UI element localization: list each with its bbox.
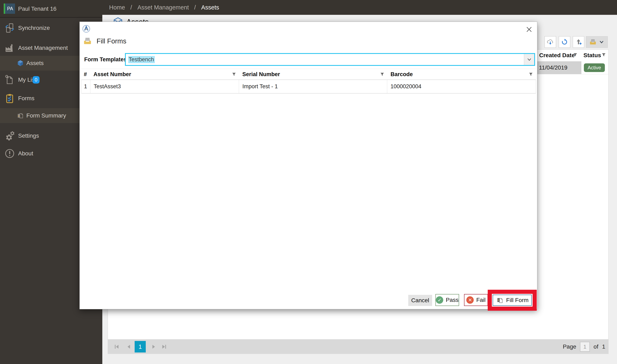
fill-forms-dialog: Fill Forms Form Templates Testbench # As… [79,22,537,309]
next-page-button[interactable] [150,339,157,354]
column-header-label: Barcode [391,71,413,77]
fill-forms-tray-icon [83,37,92,45]
user-header[interactable]: PA Paul Tenant 16 [0,0,102,18]
page-label: Page [563,343,576,350]
column-header-label: Serial Number [242,71,280,77]
column-header-label: Asset Number [93,71,131,77]
forms-tray-icon [590,39,596,45]
pass-button[interactable]: ✓ Pass [435,294,459,306]
previous-page-button[interactable] [126,339,132,354]
synchronize-icon [4,23,15,33]
form-templates-label: Form Templates [84,53,127,66]
chevron-down-icon [599,39,604,45]
modal-title-row: Fill Forms [83,37,126,45]
my-list-icon [4,75,15,85]
cell-serial-number: Import Test - 1 [239,80,387,93]
cancel-label: Cancel [411,297,429,304]
first-page-button[interactable] [114,339,120,354]
upload-add-icon [575,39,582,45]
column-header-asset-number[interactable]: Asset Number [90,71,239,78]
breadcrumb: Home / Asset Management / Assets [109,0,219,15]
page-number-input[interactable] [580,342,590,352]
my-list-count-badge: 0 [33,76,39,84]
fail-x-icon: ✕ [466,296,474,304]
cancel-button[interactable]: Cancel [408,295,432,306]
breadcrumb-asset-management[interactable]: Asset Management [137,4,189,11]
column-header-created-date[interactable]: Created Date [539,50,575,61]
fill-form-icon [496,297,504,304]
form-templates-combobox[interactable]: Testbench [125,53,535,66]
sidebar-item-label: Asset Management [18,45,68,51]
fill-form-button[interactable]: Fill Form [493,295,532,306]
filter-icon[interactable] [574,53,577,57]
cell-num: 1 [81,80,90,93]
upload-add-button[interactable] [573,36,584,48]
sidebar-item-label: Forms [18,95,34,102]
fail-button[interactable]: ✕ Fail [464,294,488,306]
column-header-serial-number[interactable]: Serial Number [239,71,387,78]
breadcrumb-assets[interactable]: Assets [201,4,219,11]
avatar-status-stripe [4,3,5,14]
created-date-value[interactable]: 11/04/2019 [539,61,567,74]
factory-icon [4,43,15,53]
refresh-button[interactable] [559,36,570,48]
form-templates-value[interactable]: Testbench [128,56,155,63]
fail-label: Fail [476,297,486,303]
sidebar-item-label: Form Summary [26,112,66,119]
of-label: of [593,343,598,350]
sidebar-item-label: Synchronize [18,25,50,31]
form-templates-value-area[interactable]: Testbench [126,54,524,65]
gear-icon [4,131,15,141]
chevron-down-icon [527,57,532,62]
filter-icon[interactable] [232,71,236,78]
cloud-download-icon [546,38,554,46]
sidebar-item-label: Assets [26,60,44,66]
sidebar-item-label: About [18,150,33,157]
status-badge: Active [584,63,605,72]
total-pages: 1 [602,343,605,350]
cell-asset-number: TestAsset3 [90,80,239,93]
table-row[interactable]: 1 TestAsset3 Import Test - 1 1000020004 [81,80,536,93]
annotation-highlight-rectangle: Fill Form [488,290,537,311]
cloud-download-button[interactable] [545,36,556,48]
current-page-button[interactable]: 1 [135,341,146,352]
close-icon[interactable] [525,26,533,33]
refresh-icon [561,39,568,45]
pass-check-icon: ✓ [436,296,443,304]
breadcrumb-home[interactable]: Home [109,4,125,11]
fill-form-label: Fill Form [506,297,529,303]
clipboard-icon [4,93,15,104]
column-header-status[interactable]: Status [583,50,601,61]
breadcrumb-separator: / [130,4,132,11]
pass-label: Pass [446,297,459,303]
combobox-dropdown-button[interactable] [524,54,534,65]
app-logo-icon [82,25,90,34]
column-header-num: # [81,71,90,78]
cell-barcode: 1000020004 [387,80,536,93]
modal-title: Fill Forms [97,37,126,45]
filter-icon[interactable] [529,71,533,78]
pagination-bar: 1 Page of 1 [108,339,609,354]
filter-icon[interactable] [602,53,605,57]
last-page-button[interactable] [161,339,167,354]
filter-icon[interactable] [381,71,384,78]
column-header-barcode[interactable]: Barcode [387,71,536,78]
fill-forms-table: # Asset Number Serial Number Barcode 1 T… [81,69,536,93]
breadcrumb-separator: / [194,4,196,11]
form-summary-icon [17,112,24,119]
table-header-row: # Asset Number Serial Number Barcode [81,69,536,80]
info-exclamation-icon [4,148,15,159]
user-name: Paul Tenant 16 [18,0,56,18]
forms-dropdown-button[interactable] [586,36,608,48]
page-indicator: Page of 1 [563,339,605,354]
avatar: PA [5,3,15,14]
sidebar-item-label: Settings [18,132,39,139]
cube-icon [17,60,24,67]
